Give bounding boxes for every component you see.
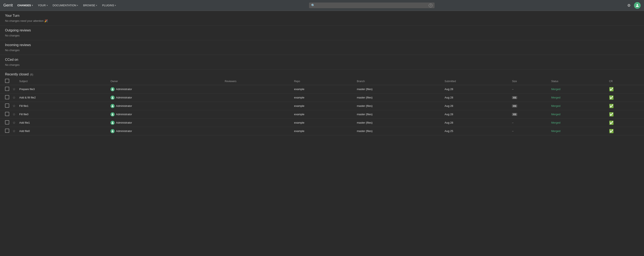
row-cr: ✅ [608,102,644,110]
star-icon[interactable]: ☆ [12,87,16,91]
cr-check-icon: ✅ [609,129,614,133]
size-dash: – [512,129,514,133]
row-checkbox-cell [0,119,11,127]
row-owner: Administrator [109,85,223,93]
row-repo: example [292,102,355,110]
star-icon[interactable]: ☆ [12,104,16,108]
section-outgoing-reviews: Outgoing reviews No changes [0,26,644,40]
star-icon[interactable]: ☆ [12,113,16,116]
status-badge: Merged [551,96,560,99]
row-star-cell: ☆ [11,93,18,102]
row-cr: ✅ [608,85,644,93]
row-star-cell: ☆ [11,119,18,127]
recently-closed-label: Recently closed [5,73,29,76]
cr-check-icon: ✅ [609,104,614,108]
row-repo: example [292,85,355,93]
row-checkbox[interactable] [5,104,9,108]
select-all-checkbox[interactable] [5,79,9,83]
table-row[interactable]: ☆Fill file0 Administrator examplemaster … [0,110,644,119]
row-branch: master (files) [355,119,443,127]
row-subject[interactable]: Add file0 [18,127,109,135]
row-owner: Administrator [109,102,223,110]
main-content: Your Turn No changes need your attention… [0,11,644,135]
nav-item-your[interactable]: YOUR ▾ [36,3,50,8]
row-status: Merged [550,102,608,110]
row-star-cell: ☆ [11,85,18,93]
row-subject[interactable]: Add & fill file2 [18,93,109,102]
chevron-down-icon: ▾ [96,4,97,7]
row-owner: Administrator [109,119,223,127]
nav-item-documentation[interactable]: DOCUMENTATION ▾ [51,3,80,8]
search-input[interactable] [309,3,434,8]
row-checkbox[interactable] [5,120,9,124]
star-icon[interactable]: ☆ [12,121,16,124]
row-subject[interactable]: Fill file0 [18,110,109,119]
nav-item-changes[interactable]: CHANGES ▾ [15,3,35,8]
star-icon[interactable]: ☆ [12,129,16,133]
nav-label-your: YOUR [38,4,46,7]
avatar[interactable] [634,2,641,9]
nav-right: ⚙ [626,2,641,9]
nav-item-plugins[interactable]: PLUGINS ▾ [100,3,118,8]
th-select-all[interactable] [0,78,11,85]
table-row[interactable]: ☆Fill file1 Administrator examplemaster … [0,102,644,110]
th-owner: Owner [109,78,223,85]
row-checkbox[interactable] [5,112,9,116]
row-repo: example [292,119,355,127]
row-status: Merged [550,110,608,119]
settings-icon[interactable]: ⚙ [626,2,632,9]
recently-closed-count: (6) [30,73,33,76]
th-repo: Repo [292,78,355,85]
owner-avatar-icon [110,87,115,91]
section-cced-on: CCed on No changes [0,55,644,70]
th-status: Status [550,78,608,85]
status-badge: Merged [551,129,560,133]
th-star [11,78,18,85]
search-container: 🔍 ? [122,3,622,8]
svg-point-2 [112,97,113,98]
row-checkbox[interactable] [5,87,9,91]
row-cr: ✅ [608,110,644,119]
search-help-icon[interactable]: ? [429,4,432,7]
row-submitted: Aug 28 [443,93,510,102]
cr-check-icon: ✅ [609,87,614,91]
row-checkbox[interactable] [5,129,9,133]
row-branch: master (files) [355,85,443,93]
row-checkbox-cell [0,110,11,119]
star-icon[interactable]: ☆ [12,96,16,99]
row-owner: Administrator [109,93,223,102]
section-empty-incoming-reviews: No changes [5,48,639,53]
row-subject[interactable]: Fill file1 [18,102,109,110]
row-branch: master (files) [355,127,443,135]
section-empty-cced-on: No changes [5,63,639,67]
cr-check-icon: ✅ [609,96,614,100]
row-status: Merged [550,93,608,102]
table-row[interactable]: ☆Prepare file3 Administrator examplemast… [0,85,644,93]
chevron-down-icon: ▾ [115,4,116,7]
table-row[interactable]: ☆Add file0 Administrator examplemaster (… [0,127,644,135]
row-reviewers [223,119,292,127]
owner-avatar-icon [110,121,115,125]
row-size: XS [510,110,550,119]
table-row[interactable]: ☆Add & fill file2 Administrator examplem… [0,93,644,102]
brand-logo[interactable]: Gerrit [3,3,13,8]
row-checkbox[interactable] [5,95,9,99]
chevron-down-icon: ▾ [77,4,78,7]
row-star-cell: ☆ [11,102,18,110]
row-reviewers [223,110,292,119]
size-dash: – [512,121,514,124]
row-submitted: Aug 28 [443,110,510,119]
row-size: – [510,119,550,127]
row-checkbox-cell [0,85,11,93]
table-row[interactable]: ☆Add file1 Administrator examplemaster (… [0,119,644,127]
search-wrapper: 🔍 ? [309,3,434,8]
row-submitted: Aug 25 [443,127,510,135]
row-subject[interactable]: Prepare file3 [18,85,109,93]
row-branch: master (files) [355,93,443,102]
row-size: – [510,85,550,93]
row-reviewers [223,102,292,110]
cr-check-icon: ✅ [609,112,614,116]
row-subject[interactable]: Add file1 [18,119,109,127]
th-reviewers: Reviewers [223,78,292,85]
nav-item-browse[interactable]: BROWSE ▾ [81,3,99,8]
